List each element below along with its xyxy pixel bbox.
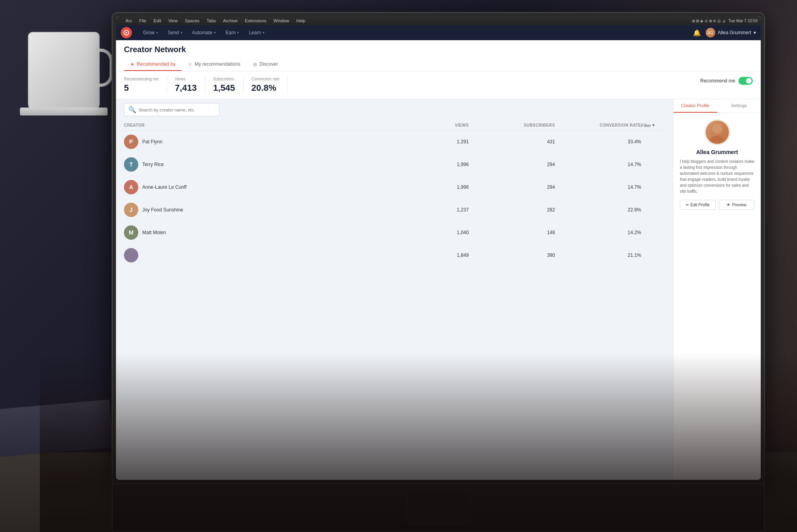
menu-edit[interactable]: Edit <box>152 18 163 23</box>
menu-window[interactable]: Window <box>272 18 291 23</box>
creator-avatar: J <box>124 203 138 217</box>
menu-view[interactable]: View <box>167 18 179 23</box>
table-row[interactable]: 1,849 390 21.1% <box>124 244 665 267</box>
creator-info: P Pat Flynn <box>124 135 383 149</box>
conversion-rate-label: Conversion rate <box>251 77 280 81</box>
recommending-me-label: Recommending me <box>124 77 159 81</box>
svg-point-1 <box>126 32 127 33</box>
recommended-by-icon: ★ <box>130 62 134 67</box>
left-panel: 🔍 Creator Views Subscribers <box>116 99 673 480</box>
user-menu[interactable]: AG Allea Grummert ▾ <box>706 28 756 37</box>
table-row[interactable]: A Anne-Laure Le Cunff 1,996 294 14.7% <box>124 176 665 199</box>
search-row: 🔍 <box>116 99 673 120</box>
creator-info: M Matt Molen <box>124 225 383 240</box>
automate-chevron: ▾ <box>214 31 216 35</box>
creator-name: Terry Rice <box>142 162 164 167</box>
notification-bell-icon[interactable]: 🔔 <box>693 29 701 37</box>
menu-archive[interactable]: Archive <box>222 18 239 23</box>
creator-avatar: T <box>124 157 138 172</box>
app-logo[interactable] <box>121 27 132 38</box>
menu-arc[interactable]: Arc <box>124 18 134 23</box>
my-recommendations-icon: ☆ <box>188 62 192 67</box>
preview-icon: 👁 <box>726 203 730 207</box>
search-input[interactable] <box>139 108 215 112</box>
app-navbar: Grow ▾ Send ▾ Automate ▾ Earn ▾ <box>116 25 761 40</box>
cell-conversion: 33.4% <box>555 139 641 145</box>
earn-chevron: ▾ <box>237 31 239 35</box>
macos-menu-items: Arc File Edit View Spaces Tabs Archive E… <box>124 18 307 23</box>
cell-views: 1,849 <box>383 252 469 258</box>
profile-bio: I help bloggers and content creators mak… <box>680 158 754 194</box>
filter-button[interactable]: Filter ▾ <box>641 123 655 128</box>
macos-menubar: Arc File Edit View Spaces Tabs Archive E… <box>116 16 761 25</box>
menu-extensions[interactable]: Extensions <box>243 18 268 23</box>
col-header-filter: Filter ▾ <box>641 123 665 128</box>
tab-my-recommendations[interactable]: ☆ My recommendations <box>182 58 247 71</box>
laptop-screen: Arc File Edit View Spaces Tabs Archive E… <box>112 12 765 484</box>
nav-learn[interactable]: Learn ▾ <box>244 25 269 40</box>
profile-body: Allea Grummert I help bloggers and conte… <box>673 113 761 216</box>
tab-recommended-by-label: Recommended by <box>137 61 175 67</box>
nav-send[interactable]: Send ▾ <box>163 25 187 40</box>
nav-earn[interactable]: Earn ▾ <box>221 25 244 40</box>
views-label: Views <box>175 77 197 81</box>
creator-avatar <box>124 248 138 262</box>
table-row[interactable]: J Joy Food Sunshine 1,237 282 22.8% <box>124 199 665 221</box>
tab-my-recommendations-label: My recommendations <box>194 61 240 67</box>
stat-subscribers: Subscribers 1,545 <box>205 77 243 93</box>
profile-panel: Creator Profile Settings <box>673 99 761 480</box>
cell-subscribers: 294 <box>469 184 555 190</box>
menu-help[interactable]: Help <box>294 18 307 23</box>
col-header-creator: Creator <box>124 123 383 127</box>
profile-actions: ✏ Edit Profile 👁 Preview <box>680 200 754 210</box>
creator-info: J Joy Food Sunshine <box>124 203 383 217</box>
profile-avatar-wrap <box>680 119 754 145</box>
page-header: Creator Network ★ Recommended by ☆ My re… <box>116 40 761 71</box>
main-content: Creator Network ★ Recommended by ☆ My re… <box>116 40 761 480</box>
tab-discover[interactable]: ◎ Discover <box>247 58 285 71</box>
mug-decoration <box>12 24 124 175</box>
recommend-toggle-switch[interactable] <box>738 77 753 85</box>
search-wrapper[interactable]: 🔍 <box>124 103 220 116</box>
trackpad[interactable] <box>406 492 470 524</box>
creator-table: Creator Views Subscribers Conversion Rat… <box>116 120 673 480</box>
cell-views: 1,996 <box>383 184 469 190</box>
stat-views: Views 7,413 <box>167 77 205 93</box>
table-header: Creator Views Subscribers Conversion Rat… <box>124 120 665 131</box>
creator-name: Joy Food Sunshine <box>142 207 183 213</box>
subscribers-label: Subscribers <box>213 77 235 81</box>
nav-grow[interactable]: Grow ▾ <box>138 25 163 40</box>
creator-name: Anne-Laure Le Cunff <box>142 184 186 190</box>
cell-subscribers: 282 <box>469 207 555 213</box>
col-header-conversion: Conversion Rate <box>555 123 641 127</box>
cell-subscribers: 390 <box>469 252 555 258</box>
table-row[interactable]: T Terry Rice 1,996 294 14.7% <box>124 153 665 176</box>
menu-file[interactable]: File <box>138 18 148 23</box>
menu-spaces[interactable]: Spaces <box>183 18 201 23</box>
profile-tabs: Creator Profile Settings <box>673 99 761 113</box>
screen-content: Arc File Edit View Spaces Tabs Archive E… <box>116 16 761 480</box>
macos-status-bar: ⊕ ⊞ ◈ ⊙ ⊕ ≋ ◎ ⊿ Tue Mar 7 10:59 <box>692 19 758 23</box>
user-menu-chevron: ▾ <box>754 30 756 35</box>
preview-button[interactable]: 👁 Preview <box>719 200 755 210</box>
cell-conversion: 21.1% <box>555 252 641 258</box>
creator-info: A Anne-Laure Le Cunff <box>124 180 383 194</box>
send-chevron: ▾ <box>181 31 183 35</box>
edit-profile-button[interactable]: ✏ Edit Profile <box>680 200 716 210</box>
stat-conversion-rate: Conversion rate 20.8% <box>243 77 288 93</box>
nav-automate[interactable]: Automate ▾ <box>187 25 221 40</box>
tab-settings[interactable]: Settings <box>717 99 761 113</box>
menu-tabs[interactable]: Tabs <box>205 18 218 23</box>
table-row[interactable]: M Matt Molen 1,040 148 14.2% <box>124 221 665 244</box>
creator-info <box>124 248 383 262</box>
tab-recommended-by[interactable]: ★ Recommended by <box>124 58 182 71</box>
cell-conversion: 14.7% <box>555 162 641 167</box>
recommend-toggle-section: Recommend me <box>700 77 753 85</box>
learn-chevron: ▾ <box>263 31 265 35</box>
tab-creator-profile[interactable]: Creator Profile <box>673 99 717 113</box>
discover-icon: ◎ <box>253 62 257 67</box>
subscribers-value: 1,545 <box>213 83 235 93</box>
cell-views: 1,040 <box>383 230 469 235</box>
creator-avatar: P <box>124 135 138 149</box>
table-row[interactable]: P Pat Flynn 1,291 431 33.4% <box>124 131 665 153</box>
